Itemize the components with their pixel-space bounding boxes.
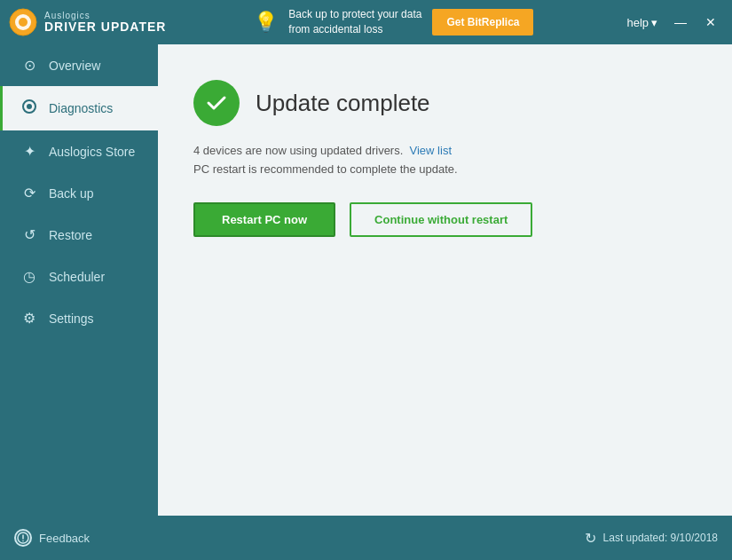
main-layout: ⊙ Overview Diagnostics ✦ Auslogics Store… <box>0 44 732 516</box>
continue-without-restart-button[interactable]: Continue without restart <box>350 202 532 237</box>
last-updated-text: Last updated: 9/10/2018 <box>603 532 718 544</box>
feedback-button[interactable]: Feedback <box>14 529 90 547</box>
sidebar: ⊙ Overview Diagnostics ✦ Auslogics Store… <box>0 44 158 516</box>
refresh-icon: ↻ <box>585 530 596 547</box>
update-title: Update complete <box>256 90 430 117</box>
banner-text: Back up to protect your data from accide… <box>288 7 421 37</box>
window-controls: help ▾ — ✕ <box>621 10 723 35</box>
restart-pc-button[interactable]: Restart PC now <box>193 202 335 237</box>
footer: Feedback ↻ Last updated: 9/10/2018 <box>0 516 732 560</box>
restore-icon: ↺ <box>20 226 38 243</box>
sidebar-item-restore[interactable]: ↺ Restore <box>0 214 158 256</box>
sidebar-label-backup: Back up <box>49 186 94 201</box>
overview-icon: ⊙ <box>20 57 38 74</box>
minimize-button[interactable]: — <box>668 10 693 35</box>
app-name: DRIVER UPDATER <box>44 20 166 34</box>
success-icon <box>193 80 240 126</box>
title-bar: Auslogics DRIVER UPDATER 💡 Back up to pr… <box>0 0 732 44</box>
chevron-down-icon: ▾ <box>651 16 657 29</box>
content-area: Update complete 4 devices are now using … <box>158 44 732 516</box>
view-list-link[interactable]: View list <box>410 144 452 157</box>
sidebar-item-overview[interactable]: ⊙ Overview <box>0 44 158 86</box>
help-button[interactable]: help ▾ <box>621 12 663 33</box>
get-bitreplica-button[interactable]: Get BitReplica <box>432 9 533 35</box>
feedback-label: Feedback <box>39 532 90 545</box>
settings-icon: ⚙ <box>20 310 38 327</box>
sidebar-item-diagnostics[interactable]: Diagnostics <box>0 86 158 130</box>
sidebar-label-store: Auslogics Store <box>49 145 135 159</box>
sidebar-label-overview: Overview <box>49 59 100 73</box>
feedback-icon <box>14 529 32 547</box>
lightbulb-icon: 💡 <box>254 11 278 34</box>
last-updated: ↻ Last updated: 9/10/2018 <box>585 530 718 547</box>
sidebar-label-scheduler: Scheduler <box>49 270 105 284</box>
scheduler-icon: ◷ <box>20 268 38 285</box>
diagnostics-icon <box>20 99 38 118</box>
sidebar-item-auslogics-store[interactable]: ✦ Auslogics Store <box>0 130 158 172</box>
sidebar-item-backup[interactable]: ⟳ Back up <box>0 172 158 214</box>
svg-point-4 <box>27 104 32 109</box>
sidebar-item-scheduler[interactable]: ◷ Scheduler <box>0 256 158 297</box>
store-icon: ✦ <box>20 143 38 160</box>
app-logo: Auslogics DRIVER UPDATER <box>9 8 166 36</box>
action-buttons: Restart PC now Continue without restart <box>193 202 697 237</box>
promo-banner: 💡 Back up to protect your data from acci… <box>184 7 603 37</box>
update-complete-header: Update complete <box>193 80 697 126</box>
sidebar-item-settings[interactable]: ⚙ Settings <box>0 297 158 339</box>
close-button[interactable]: ✕ <box>698 10 723 35</box>
app-title-block: Auslogics DRIVER UPDATER <box>44 11 166 34</box>
svg-point-2 <box>19 18 28 27</box>
sidebar-label-diagnostics: Diagnostics <box>49 101 113 115</box>
svg-point-7 <box>22 540 24 542</box>
sidebar-label-settings: Settings <box>49 312 94 326</box>
backup-icon: ⟳ <box>20 185 38 201</box>
update-desc-line2: PC restart is recommended to complete th… <box>193 162 697 176</box>
update-desc-line1: 4 devices are now using updated drivers.… <box>193 144 697 157</box>
logo-icon <box>9 8 37 36</box>
sidebar-label-restore: Restore <box>49 228 92 242</box>
